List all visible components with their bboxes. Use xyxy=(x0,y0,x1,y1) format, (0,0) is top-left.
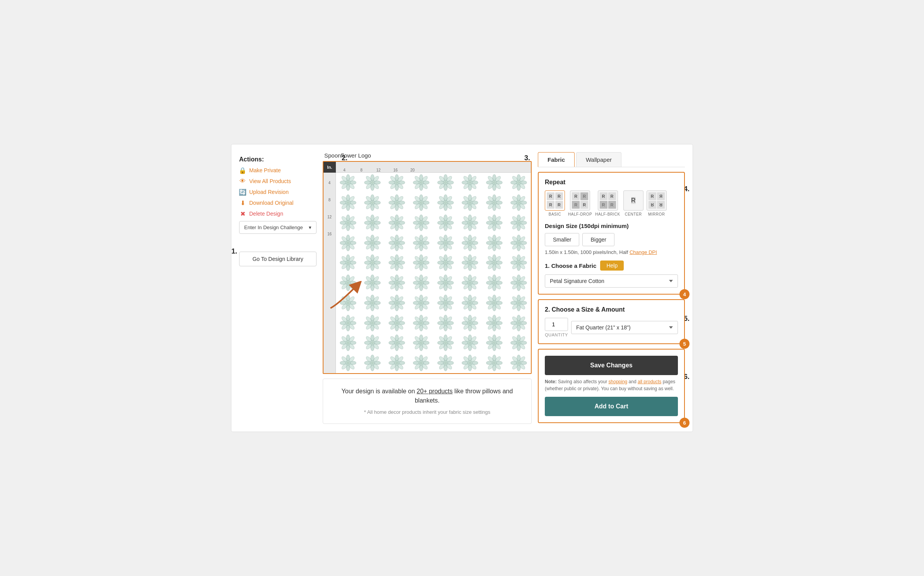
pattern-cell xyxy=(458,193,482,213)
pattern-cell xyxy=(482,173,506,193)
pattern-cell xyxy=(482,253,506,273)
view-all-products-action[interactable]: 👁 View All Products xyxy=(239,178,317,185)
svg-point-59 xyxy=(469,182,471,183)
svg-point-429 xyxy=(396,282,398,284)
download-original-action[interactable]: ⬇ Download Original xyxy=(239,199,317,206)
repeat-mirror[interactable]: R R R R MIRROR xyxy=(647,190,667,216)
pattern-cell xyxy=(336,213,360,233)
ruler-left-mark-4: 4 xyxy=(329,174,331,191)
repeat-basic-icon: R R R R xyxy=(545,190,565,211)
actions-title: Actions: xyxy=(239,156,317,163)
ruler-left-mark-12: 12 xyxy=(327,208,332,225)
pattern-cell xyxy=(433,293,458,313)
smaller-button[interactable]: Smaller xyxy=(545,233,579,246)
pattern-cell xyxy=(506,273,531,293)
pattern-cell xyxy=(385,193,409,213)
arrow-indicator xyxy=(327,281,373,312)
pattern-cell xyxy=(506,293,531,313)
design-challenge-dropdown[interactable]: Enter In Design Challenge ▾ xyxy=(239,221,317,234)
pattern-cell xyxy=(482,333,506,353)
tab-fabric[interactable]: Fabric xyxy=(538,152,575,167)
repeat-mirror-label: MIRROR xyxy=(648,212,665,216)
repeat-center-label: CENTER xyxy=(625,212,642,216)
make-private-action[interactable]: 🔒 Make Private xyxy=(239,167,317,174)
pattern-cell xyxy=(433,333,458,353)
eye-icon: 👁 xyxy=(239,178,246,185)
pattern-cell xyxy=(482,353,506,373)
pattern-cell xyxy=(506,353,531,373)
size-select-wrapper: Fat Quarter (21" x 18") xyxy=(571,321,678,334)
pattern-cell xyxy=(409,353,433,373)
pattern-cell xyxy=(506,193,531,213)
ruler-marks: 4 8 12 16 20 xyxy=(336,168,421,172)
step-1-label: 1. xyxy=(231,247,237,255)
pattern-cell xyxy=(506,213,531,233)
size-buttons: Smaller Bigger xyxy=(545,233,678,246)
quantity-input[interactable] xyxy=(545,318,568,331)
svg-point-479 xyxy=(518,282,520,284)
repeat-half-drop-label: HALF-DROP xyxy=(568,212,592,216)
svg-point-659 xyxy=(371,342,373,344)
pattern-cell xyxy=(360,173,385,193)
svg-point-649 xyxy=(347,342,349,344)
choose-fabric-row: 1. Choose a Fabric Help xyxy=(545,261,678,271)
tab-wallpaper[interactable]: Wallpaper xyxy=(576,152,621,167)
repeat-half-brick[interactable]: R R R R HALF-BRICK xyxy=(595,190,620,216)
size-amount-section: 2. Choose a Size & Amount QUANTITY Fat Q… xyxy=(538,299,685,344)
svg-point-569 xyxy=(347,322,349,324)
svg-point-179 xyxy=(371,222,373,224)
repeat-basic[interactable]: R R R R BASIC xyxy=(545,190,565,216)
products-link[interactable]: 20+ products xyxy=(417,388,453,394)
ruler-corner: In. xyxy=(323,162,336,173)
svg-point-259 xyxy=(371,242,373,243)
svg-point-249 xyxy=(347,242,349,243)
add-to-cart-button[interactable]: Add to Cart xyxy=(545,397,678,416)
upload-revision-action[interactable]: 🔄 Upload Revision xyxy=(239,189,317,195)
size-select[interactable]: Fat Quarter (21" x 18") xyxy=(571,321,678,334)
svg-point-519 xyxy=(420,302,422,304)
svg-point-339 xyxy=(371,262,373,264)
svg-point-269 xyxy=(396,242,398,243)
go-to-design-library-button[interactable]: Go To Design Library xyxy=(239,252,317,266)
svg-point-439 xyxy=(420,282,422,284)
tabs-area: Fabric Wallpaper xyxy=(538,152,685,167)
pattern-cell xyxy=(433,353,458,373)
pattern-cell xyxy=(433,253,458,273)
repeat-half-brick-icon: R R R R xyxy=(598,190,618,211)
pattern-cell xyxy=(506,173,531,193)
canvas-title: Spoonflower Logo xyxy=(323,152,532,159)
svg-point-529 xyxy=(445,302,447,304)
svg-point-359 xyxy=(420,262,422,264)
save-changes-button[interactable]: Save Changes xyxy=(545,356,678,375)
svg-point-309 xyxy=(493,242,495,243)
bigger-button[interactable]: Bigger xyxy=(582,233,614,246)
delete-icon: ✖ xyxy=(239,210,246,217)
upload-icon: 🔄 xyxy=(239,189,246,195)
svg-point-759 xyxy=(420,362,422,364)
svg-point-449 xyxy=(445,282,447,284)
repeat-half-drop[interactable]: R R R R HALF-DROP xyxy=(568,190,592,216)
svg-point-209 xyxy=(445,222,447,224)
svg-point-69 xyxy=(493,182,495,183)
svg-point-169 xyxy=(347,222,349,224)
pattern-cell xyxy=(458,293,482,313)
fabric-select[interactable]: Petal Signature Cotton xyxy=(545,274,678,288)
choose-fabric-title: 1. Choose a Fabric xyxy=(545,262,596,269)
delete-design-action[interactable]: ✖ Delete Design xyxy=(239,210,317,217)
svg-point-469 xyxy=(493,282,495,284)
all-products-link[interactable]: all products xyxy=(638,379,661,384)
svg-point-749 xyxy=(396,362,398,364)
svg-point-159 xyxy=(518,202,520,204)
help-button[interactable]: Help xyxy=(600,261,624,271)
repeat-center[interactable]: R CENTER xyxy=(623,190,643,216)
pattern-cell xyxy=(360,193,385,213)
pattern-cell xyxy=(482,213,506,233)
pattern-cell xyxy=(482,193,506,213)
pattern-cell xyxy=(360,233,385,253)
svg-point-149 xyxy=(493,202,495,204)
canvas-border: In. 4 8 12 16 20 4 8 12 16 xyxy=(323,161,532,374)
change-dpi-link[interactable]: Change DPI xyxy=(630,249,657,255)
shopping-link[interactable]: shopping xyxy=(609,379,628,384)
svg-point-129 xyxy=(445,202,447,204)
ruler-top: In. 4 8 12 16 20 xyxy=(323,162,531,173)
